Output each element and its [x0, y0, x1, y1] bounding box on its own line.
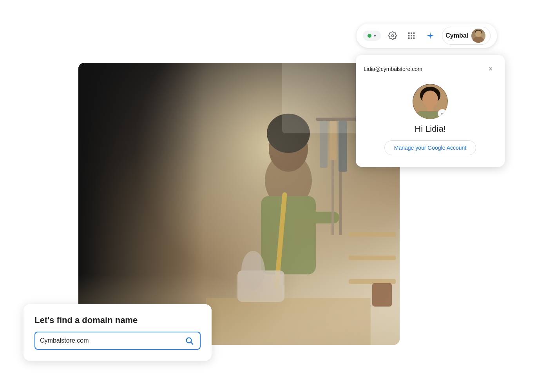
svg-rect-16: [349, 256, 396, 260]
popup-email: Lidia@cymbalstore.com: [364, 66, 422, 72]
status-dot-button[interactable]: ▾: [363, 31, 381, 41]
svg-line-39: [191, 342, 193, 344]
grid-icon: [407, 31, 416, 40]
svg-point-30: [473, 36, 484, 43]
popup-header: Lidia@cymbalstore.com ×: [356, 55, 505, 80]
photo-background: [78, 63, 400, 345]
brand-name-label: Cymbal: [445, 32, 468, 39]
settings-button[interactable]: [386, 29, 400, 43]
svg-rect-3: [261, 196, 316, 274]
edit-icon-badge[interactable]: ✏: [438, 109, 447, 118]
search-row: [34, 332, 201, 350]
popup-content: ✏ Hi Lidia! Manage your Google Account: [356, 80, 505, 159]
svg-rect-27: [411, 38, 412, 39]
status-dot: [368, 34, 371, 38]
close-button[interactable]: ×: [484, 63, 497, 75]
svg-rect-21: [411, 33, 412, 34]
dropdown-arrow-icon: ▾: [374, 33, 376, 38]
gear-icon: [388, 31, 397, 40]
svg-rect-20: [408, 33, 410, 34]
pencil-icon: ✏: [441, 111, 444, 116]
svg-point-32: [475, 31, 482, 37]
popup-avatar: ✏: [413, 84, 448, 119]
popup-greeting: Hi Lidia!: [415, 124, 445, 134]
gemini-button[interactable]: [423, 29, 437, 43]
search-icon: [185, 336, 194, 345]
svg-rect-28: [413, 38, 415, 39]
close-icon: ×: [489, 65, 493, 73]
svg-rect-24: [411, 35, 412, 36]
svg-rect-36: [427, 106, 433, 112]
account-button[interactable]: Cymbal: [442, 27, 491, 45]
svg-rect-25: [413, 35, 415, 36]
hero-image: [78, 63, 400, 345]
domain-search-card: Let's find a domain name: [24, 304, 212, 361]
svg-point-19: [391, 34, 394, 37]
svg-rect-22: [413, 33, 415, 34]
svg-rect-23: [408, 35, 410, 36]
manage-account-button[interactable]: Manage your Google Account: [384, 140, 476, 155]
account-popup: Lidia@cymbalstore.com ×: [356, 55, 505, 167]
toolbar: ▾ Cymbal: [357, 24, 497, 48]
svg-point-35: [422, 91, 438, 108]
shelf-decoration: [345, 232, 400, 310]
apps-button[interactable]: [404, 29, 418, 43]
domain-input[interactable]: [40, 332, 183, 349]
svg-rect-18: [372, 283, 392, 307]
gemini-star-icon: [426, 31, 435, 40]
svg-rect-15: [349, 232, 396, 237]
svg-rect-26: [408, 38, 410, 39]
domain-card-title: Let's find a domain name: [34, 315, 201, 325]
avatar: [471, 29, 485, 43]
search-button[interactable]: [183, 335, 195, 347]
